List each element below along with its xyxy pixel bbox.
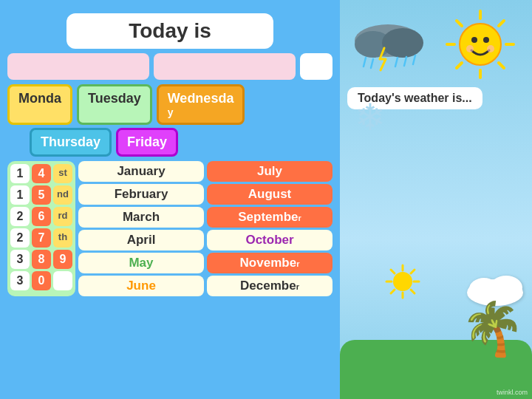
date-5[interactable]: 5 xyxy=(32,185,51,205)
svg-point-11 xyxy=(466,45,474,52)
friday-button[interactable]: Friday xyxy=(116,128,178,157)
storm-cloud-graphic xyxy=(347,15,429,77)
month-september[interactable]: September xyxy=(207,207,332,228)
date-3[interactable]: 3 xyxy=(10,250,30,269)
tuesday-button[interactable]: Tuesday xyxy=(77,84,152,125)
suffix-rd[interactable]: rd xyxy=(53,207,72,226)
svg-line-7 xyxy=(457,63,462,68)
svg-line-25 xyxy=(391,270,395,273)
date-0[interactable]: 0 xyxy=(32,271,51,290)
date-8[interactable]: 8 xyxy=(32,250,51,269)
date-7[interactable]: 7 xyxy=(32,228,51,248)
month-july[interactable]: July xyxy=(207,161,332,182)
wednesday-button[interactable]: Wednesday xyxy=(157,84,245,125)
month-february[interactable]: February xyxy=(78,184,204,205)
date-4[interactable]: 4 xyxy=(32,164,51,183)
svg-point-29 xyxy=(393,272,412,291)
svg-line-18 xyxy=(395,58,398,66)
svg-line-19 xyxy=(404,57,406,66)
days-section: Monda Tuesday Wednesday Thursday Friday xyxy=(7,84,332,157)
date-1[interactable]: 1 xyxy=(10,164,30,183)
svg-point-32 xyxy=(490,276,522,299)
months-left-col: January February March April May June xyxy=(78,161,204,296)
suffix-nd[interactable]: nd xyxy=(53,185,72,205)
svg-line-28 xyxy=(391,290,395,293)
suffix-st[interactable]: st xyxy=(53,164,72,183)
date-empty xyxy=(53,271,72,290)
month-may[interactable]: May xyxy=(78,253,204,273)
svg-line-4 xyxy=(457,21,462,26)
date-picker: 1 4 st 1 5 nd 2 6 rd 2 7 th 3 8 9 3 0 xyxy=(7,161,75,296)
svg-point-8 xyxy=(460,24,501,65)
thursday-button[interactable]: Thursday xyxy=(30,128,112,157)
svg-line-20 xyxy=(413,55,415,64)
month-march[interactable]: March xyxy=(78,207,204,228)
sun-graphic xyxy=(443,7,517,81)
svg-point-12 xyxy=(487,45,494,52)
day-input-field[interactable] xyxy=(7,53,149,80)
today-is-label: Today is xyxy=(66,13,273,49)
month-august[interactable]: August xyxy=(207,184,332,205)
svg-line-5 xyxy=(499,63,504,68)
snowflake-graphic: ❄ xyxy=(355,96,386,139)
monday-button[interactable]: Monda xyxy=(7,84,72,125)
months-right-col: July August September October November D… xyxy=(207,161,332,296)
suffix-th[interactable]: th xyxy=(53,228,72,248)
days-row-2: Thursday Friday xyxy=(30,128,332,157)
month-april[interactable]: April xyxy=(78,230,204,250)
twinkl-badge: twinkl.com xyxy=(497,389,528,396)
date-1b[interactable]: 1 xyxy=(10,185,30,205)
date-2b[interactable]: 2 xyxy=(10,228,30,248)
svg-line-17 xyxy=(371,59,373,68)
palm-tree-graphic: 🌴 xyxy=(460,303,525,355)
date-6[interactable]: 6 xyxy=(32,207,51,226)
input-row xyxy=(7,53,332,80)
month-january[interactable]: January xyxy=(78,161,204,182)
small-sun-graphic xyxy=(384,263,421,303)
days-row-1: Monda Tuesday Wednesday xyxy=(7,84,332,125)
date-9[interactable]: 9 xyxy=(53,250,72,269)
month-october[interactable]: October xyxy=(207,230,332,250)
date-2[interactable]: 2 xyxy=(10,207,30,226)
bottom-section: 1 4 st 1 5 nd 2 6 rd 2 7 th 3 8 9 3 0 Ja… xyxy=(7,161,332,296)
year-input-field[interactable] xyxy=(300,53,332,80)
svg-line-26 xyxy=(411,290,415,293)
svg-point-15 xyxy=(382,28,423,58)
svg-point-9 xyxy=(471,37,477,43)
right-panel: Today's weather is... ❄ xyxy=(340,0,532,399)
month-june[interactable]: June xyxy=(78,276,204,296)
left-panel: Today is Monda Tuesday Wednesday Thursda… xyxy=(0,0,340,399)
svg-line-27 xyxy=(411,270,415,273)
svg-line-6 xyxy=(499,21,504,26)
date-3b[interactable]: 3 xyxy=(10,271,30,290)
date-input-field[interactable] xyxy=(154,53,296,80)
month-november[interactable]: November xyxy=(207,253,332,273)
svg-point-10 xyxy=(483,37,489,43)
svg-line-16 xyxy=(364,58,366,66)
month-december[interactable]: December xyxy=(207,276,332,296)
